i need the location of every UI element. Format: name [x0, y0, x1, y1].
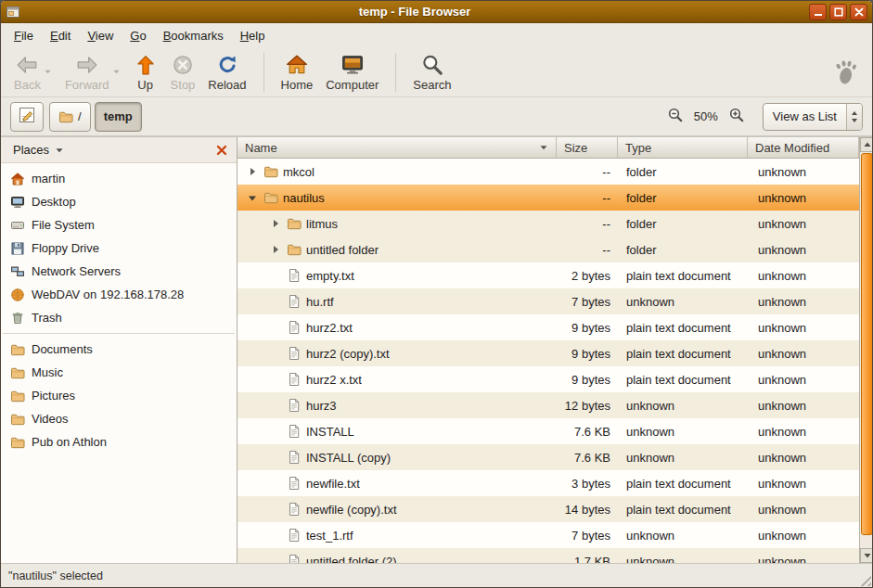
name-cell: INSTALL [238, 418, 557, 444]
column-header-name[interactable]: Name [238, 137, 557, 159]
titlebar[interactable]: temp - File Browser [1, 1, 872, 23]
sidebar-item-music[interactable]: Music [1, 361, 237, 384]
up-button[interactable]: Up [128, 51, 163, 94]
type-cell: plain text document [618, 262, 748, 288]
table-row-hurz3[interactable]: hurz312 bytesunknownunknown [238, 392, 859, 418]
name-cell: hurz2 (copy).txt [238, 340, 557, 366]
sidebar-item-webdav-on-192-168-178-28[interactable]: WebDAV on 192.168.178.28 [1, 283, 237, 306]
sidebar-item-label: WebDAV on 192.168.178.28 [32, 288, 184, 301]
search-button[interactable]: Search [407, 51, 456, 94]
sidebar-item-label: Pictures [32, 389, 75, 403]
window-controls [809, 4, 867, 20]
date-cell: unknown [748, 444, 859, 470]
table-row-hurz2-txt[interactable]: hurz2.txt9 bytesplain text documentunkno… [238, 314, 859, 340]
file-name: newfile (copy).txt [306, 503, 397, 517]
file-icon [287, 294, 302, 309]
table-row-hurz2-copy-txt[interactable]: hurz2 (copy).txt9 bytesplain text docume… [238, 340, 859, 366]
column-header-label: Type [625, 141, 651, 155]
forward-icon [75, 53, 99, 77]
scrollbar-thumb[interactable] [861, 153, 872, 535]
table-row-test-1-rtf[interactable]: test_1.rtf7 bytesunknownunknown [238, 522, 859, 548]
menu-go[interactable]: Go [122, 25, 153, 46]
sidebar-item-videos[interactable]: Videos [1, 407, 237, 430]
sidebar-item-pictures[interactable]: Pictures [1, 384, 237, 407]
table-row-empty-txt[interactable]: empty.txt2 bytesplain text documentunkno… [238, 262, 859, 288]
table-row-mkcol[interactable]: mkcol--folderunknown [238, 159, 859, 185]
table-row-hurz2-x-txt[interactable]: hurz2 x.txt9 bytesplain text documentunk… [238, 366, 859, 392]
menu-view[interactable]: View [80, 25, 121, 46]
menubar: FileEditViewGoBookmarksHelp [1, 23, 872, 47]
folder-icon [58, 109, 73, 124]
scroll-up-button[interactable] [860, 137, 872, 152]
sidebar-item-pub-on-athlon[interactable]: Pub on Athlon [1, 430, 237, 454]
forward-label: Forward [65, 78, 109, 92]
path-button-[interactable]: / [49, 102, 91, 132]
toolbar: BackForwardUpStopReloadHomeComputerSearc… [8, 47, 457, 96]
menu-edit[interactable]: Edit [43, 25, 78, 46]
zoom-out-button[interactable] [664, 106, 687, 128]
toolbar-separator [395, 53, 396, 92]
file-icon [287, 528, 302, 543]
expander-expanded-icon[interactable] [245, 192, 259, 203]
column-header-type[interactable]: Type [618, 137, 748, 159]
sidebar-item-martin[interactable]: martin [1, 167, 237, 190]
table-row-hu-rtf[interactable]: hu.rtf7 bytesunknownunknown [238, 288, 859, 314]
spinner-arrows-icon[interactable] [846, 104, 862, 130]
table-row-install-copy[interactable]: INSTALL (copy)7.6 KBunknownunknown [238, 444, 859, 470]
network-icon [10, 264, 25, 279]
type-cell: plain text document [618, 496, 748, 522]
size-cell: 9 bytes [557, 340, 618, 366]
sidebar-item-label: File System [32, 218, 95, 232]
name-cell: empty.txt [238, 262, 557, 288]
type-cell: folder [618, 236, 748, 262]
file-list: mkcol--folderunknownnautilus--folderunkn… [238, 159, 859, 563]
sidebar-item-file-system[interactable]: File System [1, 213, 237, 236]
edit-location-button[interactable] [10, 102, 44, 132]
column-header-size[interactable]: Size [557, 137, 618, 159]
table-row-install[interactable]: INSTALL7.6 KBunknownunknown [238, 418, 859, 444]
file-name: INSTALL (copy) [306, 451, 391, 465]
file-name: mkcol [283, 165, 315, 179]
home-button[interactable]: Home [276, 51, 319, 94]
size-cell: -- [557, 185, 618, 211]
expander-collapsed-icon[interactable] [245, 166, 259, 177]
sidebar-close-button[interactable] [212, 141, 231, 160]
table-row-untitled-folder[interactable]: untitled folder--folderunknown [238, 236, 859, 262]
expander-collapsed-icon[interactable] [268, 218, 282, 229]
table-row-nautilus[interactable]: nautilus--folderunknown [238, 185, 859, 211]
computer-button[interactable]: Computer [320, 51, 384, 94]
size-cell: 12 bytes [557, 392, 618, 418]
reload-button[interactable]: Reload [202, 51, 251, 94]
sidebar-item-network-servers[interactable]: Network Servers [1, 260, 237, 283]
minimize-button[interactable] [809, 4, 827, 20]
drive-icon [10, 218, 25, 233]
places-dropdown-button[interactable]: Places [6, 140, 71, 160]
vertical-scrollbar[interactable] [859, 137, 872, 563]
scroll-down-button[interactable] [860, 548, 872, 563]
sidebar-item-floppy-drive[interactable]: Floppy Drive [1, 236, 237, 260]
column-header-date-modified[interactable]: Date Modified [748, 137, 859, 159]
view-as-combobox[interactable]: View as List [763, 103, 863, 131]
sidebar-item-documents[interactable]: Documents [1, 338, 237, 361]
table-row-newfile-copy-txt[interactable]: newfile (copy).txt14 bytesplain text doc… [238, 496, 859, 522]
sidebar-item-trash[interactable]: Trash [1, 306, 237, 329]
zoom-in-button[interactable] [725, 106, 748, 128]
name-cell: litmus [238, 211, 557, 236]
computer-label: Computer [326, 78, 379, 92]
name-cell: untitled folder (2) [238, 548, 557, 563]
menu-bookmarks[interactable]: Bookmarks [156, 25, 231, 46]
menu-file[interactable]: File [6, 25, 41, 46]
name-cell: hurz3 [238, 392, 557, 418]
table-row-litmus[interactable]: litmus--folderunknown [238, 211, 859, 236]
expander-collapsed-icon[interactable] [268, 244, 282, 255]
close-button[interactable] [850, 4, 867, 20]
path-button-temp[interactable]: temp [95, 102, 142, 132]
table-row-newfile-txt[interactable]: newfile.txt3 bytesplain text documentunk… [238, 470, 859, 496]
gnome-logo-icon [831, 58, 859, 86]
resize-grip[interactable] [857, 572, 871, 586]
maximize-button[interactable] [829, 4, 847, 20]
sidebar-item-desktop[interactable]: Desktop [1, 190, 237, 213]
file-name: hurz2 x.txt [306, 373, 362, 387]
menu-help[interactable]: Help [233, 25, 273, 46]
table-row-untitled-folder-2[interactable]: untitled folder (2)1.7 KBunknownunknown [238, 548, 859, 563]
